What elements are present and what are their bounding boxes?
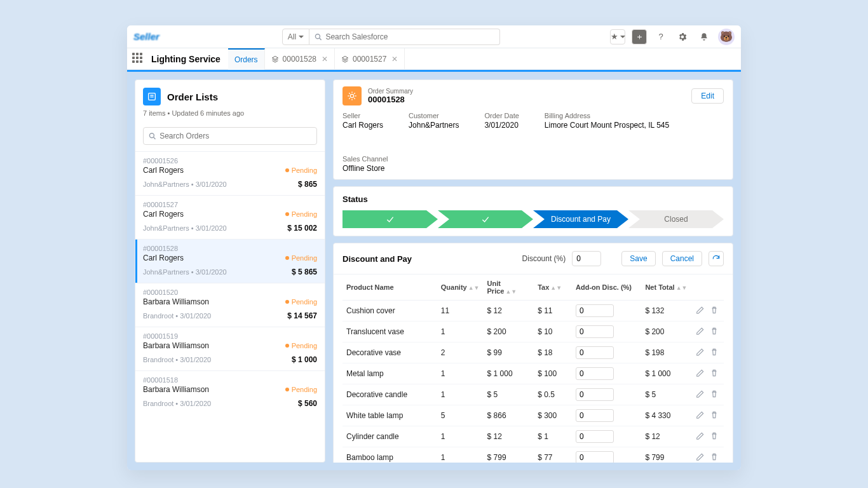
table-row: Cushion cover11$ 12$ 11$ 132	[342, 301, 724, 322]
cell-net: $ 1 000	[641, 363, 692, 384]
order-list-item[interactable]: #00001526Carl RogersPendingJohn&Partners…	[135, 151, 325, 195]
col-addon-discount[interactable]: Add-on Disc. (%)	[576, 283, 632, 291]
cell-qty: 1	[437, 363, 484, 384]
cell-qty: 5	[437, 405, 484, 426]
addon-discount-input[interactable]	[576, 451, 614, 463]
table-row: Metal lamp1$ 1 000$ 100$ 1 000	[342, 363, 724, 384]
summary-field: Order Date3/01/2020	[484, 112, 519, 130]
col-quantity[interactable]: Quanity	[441, 283, 467, 291]
app-name: Lighting Service	[151, 54, 220, 64]
discount-input[interactable]	[572, 251, 601, 266]
order-list-item[interactable]: #00001519Barbara WilliamsonPendingBrandr…	[135, 327, 325, 370]
global-header: Seller All ★ ＋ ? 🐻	[127, 25, 741, 48]
refresh-icon[interactable]	[709, 251, 724, 266]
delete-row-icon[interactable]	[710, 431, 719, 442]
addon-discount-input[interactable]	[576, 409, 614, 422]
search-scope-dropdown[interactable]: All	[282, 29, 309, 45]
addon-discount-input[interactable]	[576, 304, 614, 317]
close-icon[interactable]: ✕	[322, 55, 328, 64]
edit-row-icon[interactable]	[696, 327, 705, 337]
cell-name: Metal lamp	[342, 363, 437, 384]
col-unit-price[interactable]: Unit Price	[487, 280, 505, 295]
cell-price: $ 5	[484, 384, 534, 405]
nav-tab-00001528[interactable]: 00001528✕	[265, 48, 335, 70]
cell-price: $ 99	[484, 342, 534, 363]
order-customer: Barbara Williamson	[143, 297, 209, 306]
svg-line-1	[320, 38, 322, 40]
col-tax[interactable]: Tax	[538, 283, 549, 291]
user-avatar[interactable]: 🐻	[718, 29, 735, 45]
order-list-item[interactable]: #00001518Barbara WilliamsonPendingBrandr…	[135, 370, 325, 414]
delete-row-icon[interactable]	[710, 369, 719, 379]
app-launcher-icon[interactable]	[132, 53, 145, 65]
cell-name: Translucent vase	[342, 322, 437, 342]
order-summary-label: Order Summary	[368, 88, 413, 95]
edit-row-icon[interactable]	[696, 410, 705, 421]
add-icon[interactable]: ＋	[632, 29, 647, 44]
table-row: Translucent vase1$ 200$ 10$ 200	[342, 322, 724, 342]
col-product-name[interactable]: Product Name	[346, 283, 394, 291]
status-step[interactable]	[342, 210, 438, 228]
edit-row-icon[interactable]	[696, 390, 705, 400]
addon-discount-input[interactable]	[576, 325, 614, 338]
order-customer: Carl Rogers	[143, 254, 184, 262]
edit-row-icon[interactable]	[696, 369, 705, 379]
setup-gear-icon[interactable]	[675, 29, 690, 44]
edit-row-icon[interactable]	[696, 348, 705, 358]
order-total: $ 560	[298, 399, 317, 408]
dp-title: Discount and Pay	[342, 254, 412, 264]
order-list-item[interactable]: #00001528Carl RogersPendingJohn&Partners…	[135, 239, 325, 283]
order-list-item[interactable]: #00001520Barbara WilliamsonPendingBrandr…	[135, 283, 325, 327]
delete-row-icon[interactable]	[710, 348, 719, 358]
order-summary-icon	[342, 86, 362, 105]
cell-net: $ 198	[641, 342, 692, 363]
addon-discount-input[interactable]	[576, 430, 614, 443]
nav-tab-00001527[interactable]: 00001527✕	[335, 48, 405, 70]
table-row: Bamboo lamp1$ 799$ 77$ 799	[342, 447, 724, 463]
addon-discount-input[interactable]	[576, 388, 614, 401]
status-step[interactable]: Closed	[628, 210, 724, 228]
status-step[interactable]: Discount and Pay	[533, 210, 628, 228]
nav-tab-orders[interactable]: Orders	[228, 48, 265, 70]
status-step[interactable]	[438, 210, 533, 228]
cell-net: $ 132	[641, 301, 692, 322]
global-search-input[interactable]	[325, 32, 494, 41]
order-number: #00001518	[143, 376, 317, 384]
col-net-total[interactable]: Net Total	[645, 283, 674, 291]
delete-row-icon[interactable]	[710, 327, 719, 337]
delete-row-icon[interactable]	[710, 452, 719, 463]
search-icon	[315, 33, 322, 41]
status-badge: Pending	[285, 342, 317, 349]
discount-pay-card: Discount and Pay Discount (%) Save Cance…	[333, 243, 733, 463]
cell-price: $ 200	[484, 322, 534, 342]
cell-net: $ 200	[641, 322, 692, 342]
notifications-bell-icon[interactable]	[696, 29, 712, 44]
help-icon[interactable]: ?	[653, 29, 668, 44]
delete-row-icon[interactable]	[710, 390, 719, 400]
cell-price: $ 1 000	[484, 363, 534, 384]
cancel-button[interactable]: Cancel	[662, 251, 702, 266]
order-meta: Brandroot • 3/01/2020	[143, 400, 211, 407]
app-navbar: Lighting Service Orders00001528✕00001527…	[127, 48, 741, 70]
brand-logo: Seller	[133, 31, 159, 42]
order-customer: Carl Rogers	[143, 210, 184, 219]
favorites-icon[interactable]: ★	[610, 29, 625, 44]
order-list-icon	[143, 88, 161, 105]
addon-discount-input[interactable]	[576, 367, 614, 380]
edit-row-icon[interactable]	[696, 306, 705, 316]
summary-field: CustomerJohn&Partners	[409, 112, 459, 130]
addon-discount-input[interactable]	[576, 346, 614, 359]
order-meta: John&Partners • 3/01/2020	[143, 180, 227, 188]
delete-row-icon[interactable]	[710, 306, 719, 316]
edit-row-icon[interactable]	[696, 431, 705, 442]
edit-row-icon[interactable]	[696, 452, 705, 463]
cell-qty: 2	[437, 342, 484, 363]
close-icon[interactable]: ✕	[391, 55, 398, 64]
save-button[interactable]: Save	[621, 251, 655, 266]
cell-price: $ 12	[484, 426, 534, 447]
order-list-item[interactable]: #00001527Carl RogersPendingJohn&Partners…	[135, 195, 325, 239]
edit-button[interactable]: Edit	[691, 88, 724, 104]
status-badge: Pending	[285, 298, 317, 306]
delete-row-icon[interactable]	[710, 410, 719, 421]
order-search-input[interactable]	[159, 132, 311, 140]
